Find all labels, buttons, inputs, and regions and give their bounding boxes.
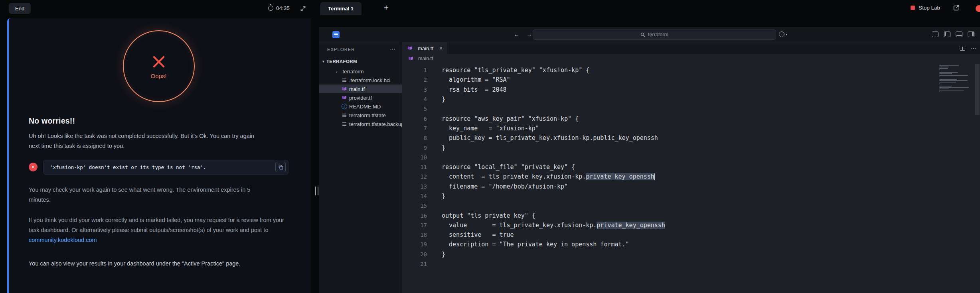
code-line-19[interactable]: 19 description = "The private key in ope… bbox=[402, 240, 980, 249]
file-item-main.tf[interactable]: main.tf bbox=[319, 85, 402, 93]
line-number: 7 bbox=[402, 125, 427, 132]
code-line-6[interactable]: 6resource "aws_key_pair" "xfusion-kp" { bbox=[402, 114, 980, 123]
end-button[interactable]: End bbox=[9, 3, 31, 14]
section-label: TERRAFORM bbox=[326, 59, 357, 64]
community-link[interactable]: community.kodekloud.com bbox=[29, 237, 97, 243]
file-item-.terraform.lock.hcl[interactable]: .terraform.lock.hcl bbox=[319, 76, 402, 85]
line-number: 16 bbox=[402, 212, 427, 219]
line-number: 15 bbox=[402, 203, 427, 209]
line-content: resource "tls_private_key" "xfusion-kp" … bbox=[427, 67, 589, 74]
tab-main-tf[interactable]: main.tf × bbox=[402, 42, 448, 54]
file-item-terraform.tfstate[interactable]: terraform.tfstate bbox=[319, 111, 402, 120]
line-content: rsa_bits = 2048 bbox=[427, 86, 507, 93]
copy-button[interactable] bbox=[275, 162, 286, 172]
editor-more-icon[interactable]: ⋯ bbox=[971, 45, 976, 51]
expand-panel-icon[interactable] bbox=[300, 6, 306, 13]
code-line-4[interactable]: 4} bbox=[402, 94, 980, 104]
line-content: content = tls_private_key.xfusion-kp.pri… bbox=[427, 173, 655, 180]
profile-icon[interactable]: ▾ bbox=[779, 31, 787, 37]
search-icon bbox=[640, 32, 645, 37]
code-line-10[interactable]: 10 bbox=[402, 153, 980, 162]
code-line-8[interactable]: 8 public_key = tls_private_key.xfusion-k… bbox=[402, 133, 980, 143]
file-list: ›.terraform.terraform.lock.hclmain.tfpro… bbox=[319, 67, 402, 128]
code-lines: 1resource "tls_private_key" "xfusion-kp"… bbox=[402, 65, 980, 269]
code-line-14[interactable]: 14} bbox=[402, 191, 980, 201]
chevron-down-icon: ▾ bbox=[786, 33, 787, 36]
code-line-18[interactable]: 18 sensitive = true bbox=[402, 230, 980, 240]
file-item-README.MD[interactable]: README.MD bbox=[319, 102, 402, 111]
code-line-15[interactable]: 15 bbox=[402, 201, 980, 210]
line-number: 19 bbox=[402, 241, 427, 248]
explorer-title: EXPLORER bbox=[327, 47, 355, 52]
line-content: resource "local_file" "private_key" { bbox=[427, 163, 575, 171]
tabbar-actions: ⋯ bbox=[960, 42, 976, 54]
nav-back-icon[interactable]: ← bbox=[514, 31, 520, 37]
code-line-1[interactable]: 1resource "tls_private_key" "xfusion-kp"… bbox=[402, 65, 980, 75]
code-line-9[interactable]: 9} bbox=[402, 143, 980, 152]
file-item-.terraform[interactable]: ›.terraform bbox=[319, 67, 402, 76]
error-message: 'xfusion-kp' doesn't exist or its type i… bbox=[50, 164, 206, 170]
notification-dot[interactable] bbox=[976, 5, 980, 12]
code-line-17[interactable]: 17 value = tls_private_key.xfusion-kp.pr… bbox=[402, 220, 980, 230]
panel-paragraph-4: You can also view your results in your d… bbox=[29, 259, 288, 269]
line-number: 18 bbox=[402, 232, 427, 238]
code-line-21[interactable]: 21 bbox=[402, 259, 980, 269]
code-line-12[interactable]: 12 content = tls_private_key.xfusion-kp.… bbox=[402, 172, 980, 181]
line-content: resource "aws_key_pair" "xfusion-kp" { bbox=[427, 115, 579, 122]
tab-terminal-1[interactable]: Terminal 1 bbox=[320, 2, 362, 15]
search-box[interactable]: terraform bbox=[533, 29, 776, 40]
split-editor-icon[interactable] bbox=[932, 31, 939, 37]
menu-logo-icon[interactable] bbox=[332, 31, 340, 38]
search-value: terraform bbox=[648, 32, 668, 37]
code-line-20[interactable]: 20} bbox=[402, 250, 980, 259]
section-terraform[interactable]: ▾ TERRAFORM bbox=[319, 57, 402, 65]
code-line-11[interactable]: 11resource "local_file" "private_key" { bbox=[402, 162, 980, 172]
panel-resize-handle[interactable] bbox=[315, 187, 318, 195]
lab-timer: 04:35 bbox=[268, 5, 290, 11]
line-number: 6 bbox=[402, 116, 427, 122]
line-content: description = "The private key in openss… bbox=[427, 241, 629, 248]
code-line-16[interactable]: 16output "tls_private_key" { bbox=[402, 210, 980, 220]
code-editor[interactable]: 1resource "tls_private_key" "xfusion-kp"… bbox=[402, 63, 980, 293]
code-line-7[interactable]: 7 key_name = "xfusion-kp" bbox=[402, 124, 980, 133]
close-tab-icon[interactable]: × bbox=[439, 45, 443, 51]
breadcrumb[interactable]: main.tf bbox=[402, 54, 980, 63]
line-number: 8 bbox=[402, 135, 427, 141]
toggle-secondary-sidebar-icon[interactable] bbox=[968, 31, 974, 37]
vscode-body: EXPLORER ⋯ ▾ TERRAFORM ›.terraform.terra… bbox=[319, 42, 980, 293]
file-name: README.MD bbox=[349, 104, 381, 110]
editor-scrollbar[interactable] bbox=[975, 64, 980, 115]
line-number: 2 bbox=[402, 77, 427, 83]
toggle-panel-icon[interactable] bbox=[956, 31, 962, 37]
open-external-icon[interactable] bbox=[953, 5, 959, 12]
file-name: provider.tf bbox=[349, 95, 372, 101]
code-line-3[interactable]: 3 rsa_bits = 2048 bbox=[402, 85, 980, 94]
profile-circle-icon bbox=[779, 31, 784, 37]
line-number: 14 bbox=[402, 193, 427, 199]
line-number: 21 bbox=[402, 261, 427, 267]
panel-paragraph-1: Uh oh! Looks like the task was not compl… bbox=[29, 131, 262, 151]
text-cursor bbox=[654, 173, 655, 180]
layout-icons bbox=[932, 31, 974, 37]
oops-circle: Oops! bbox=[123, 30, 195, 102]
terminal-tab-label: Terminal 1 bbox=[328, 6, 354, 12]
file-item-provider.tf[interactable]: provider.tf bbox=[319, 93, 402, 102]
editor-tabbar: main.tf × ⋯ bbox=[402, 42, 980, 54]
line-number: 1 bbox=[402, 67, 427, 73]
chevron-right-icon: › bbox=[336, 69, 341, 74]
code-line-2[interactable]: 2 algorithm = "RSA" bbox=[402, 75, 980, 85]
line-content: algorithm = "RSA" bbox=[427, 76, 510, 83]
nav-forward-icon[interactable]: → bbox=[526, 31, 532, 37]
terraform-icon bbox=[407, 45, 413, 51]
stop-lab-button[interactable]: Stop Lab bbox=[911, 5, 940, 11]
file-item-terraform.tfstate.backup[interactable]: terraform.tfstate.backup bbox=[319, 120, 402, 128]
paragraph-3-text: If you think you did your work correctly… bbox=[29, 217, 284, 233]
explorer-more-icon[interactable]: ⋯ bbox=[390, 46, 395, 53]
code-line-13[interactable]: 13 filename = "/home/bob/xfusion-kp" bbox=[402, 182, 980, 191]
minimap[interactable] bbox=[939, 65, 971, 94]
panel-paragraph-2: You may check your work again to see wha… bbox=[29, 185, 258, 205]
code-line-5[interactable]: 5 bbox=[402, 104, 980, 114]
add-terminal-button[interactable]: + bbox=[384, 3, 389, 12]
toggle-sidebar-icon[interactable] bbox=[944, 31, 950, 37]
split-editor-icon[interactable] bbox=[960, 46, 965, 51]
